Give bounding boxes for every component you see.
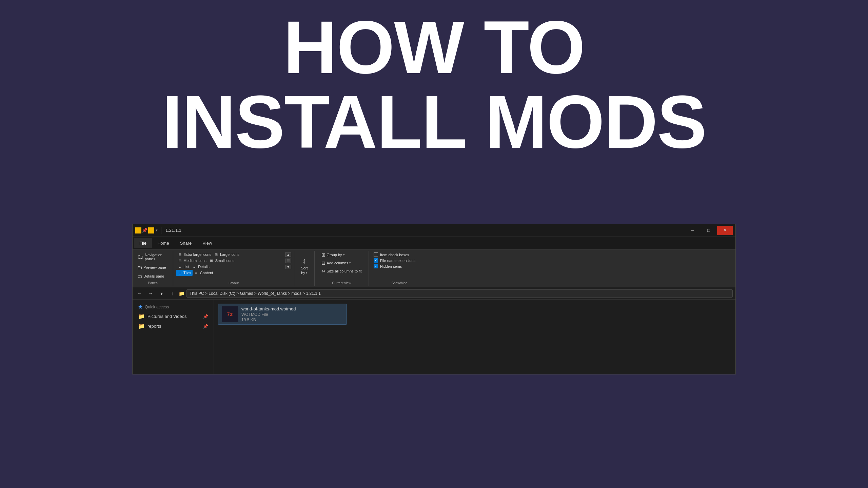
- ribbon-content: 🗂 Navigation pane ▾ 🗃 Preview pane: [133, 249, 735, 287]
- group-by-label: Group by: [327, 253, 342, 257]
- tab-home[interactable]: Home: [152, 238, 175, 248]
- add-columns-icon: ⊟: [321, 260, 326, 266]
- group-by-dropdown-icon: ▾: [343, 253, 345, 257]
- preview-pane-icon: 🗃: [137, 265, 142, 270]
- extra-large-label: Extra large icons: [183, 252, 211, 257]
- preview-pane-label: Preview pane: [143, 265, 166, 269]
- ribbon-group-show-hide: Item check boxes File name extensions Hi…: [369, 251, 430, 286]
- item-check-boxes-label: Item check boxes: [380, 253, 409, 257]
- layout-large[interactable]: ⊞ Large icons: [213, 251, 241, 258]
- ribbon-group-layout: ⊞ Extra large icons ⊞ Large icons ▲: [173, 251, 294, 286]
- quick-access-header[interactable]: ★ Quick access: [133, 302, 214, 311]
- layout-scroll: ▲: [285, 252, 291, 257]
- pictures-videos-folder-icon: 📁: [138, 313, 145, 320]
- pictures-videos-label: Pictures and Videos: [147, 314, 186, 319]
- file-area: 7z world-of-tanks-mod.wotmod WOTMOD File…: [214, 300, 735, 374]
- titlebar-icon-yellow2: [148, 227, 154, 233]
- title-line2: INSTALL MODS: [14, 85, 854, 159]
- layout-row-3: ≡ List ≡ Details ▼: [176, 264, 291, 270]
- layout-small[interactable]: ⊞ Small icons: [208, 258, 236, 264]
- titlebar-arrow-icon: ▾: [156, 228, 158, 232]
- file-size: 19.5 KB: [241, 318, 296, 322]
- maximize-button[interactable]: □: [701, 226, 716, 235]
- item-check-boxes-item[interactable]: Item check boxes: [373, 252, 410, 257]
- file-item-wotmod[interactable]: 7z world-of-tanks-mod.wotmod WOTMOD File…: [218, 304, 347, 325]
- layout-row-2: ⊞ Medium icons ⊞ Small icons ☰: [176, 258, 291, 264]
- group-by-icon: ⊞: [321, 252, 326, 258]
- add-columns-dropdown-icon: ▾: [349, 261, 351, 265]
- hidden-items-item[interactable]: Hidden items: [373, 264, 402, 269]
- title-line1: HOW TO: [14, 10, 854, 85]
- ribbon-group-panes: 🗂 Navigation pane ▾ 🗃 Preview pane: [133, 251, 173, 286]
- file-name-extensions-label: File name extensions: [380, 259, 415, 263]
- details-label: Details: [198, 265, 210, 269]
- small-label: Small icons: [215, 259, 234, 263]
- reports-label: reports: [147, 324, 161, 329]
- file-info: world-of-tanks-mod.wotmod WOTMOD File 19…: [241, 306, 296, 322]
- preview-pane-button[interactable]: 🗃 Preview pane: [135, 264, 168, 271]
- file-thumbnail: 7z: [222, 306, 238, 322]
- nav-pane-dropdown-icon: ▾: [154, 257, 155, 261]
- layout-details[interactable]: ≡ Details: [191, 264, 211, 270]
- layout-tiles[interactable]: ⊡ Tiles: [176, 270, 193, 276]
- window-title-version: 1.21.1.1: [165, 228, 181, 233]
- content-label: Content: [200, 271, 213, 275]
- hidden-items-label: Hidden items: [380, 264, 402, 268]
- title-bar: 📌 ▾ 1.21.1.1 ─ □ ✕: [133, 224, 735, 237]
- layout-scroll2: ☰: [285, 259, 291, 263]
- file-name-extensions-item[interactable]: File name extensions: [373, 258, 416, 263]
- sort-by-button[interactable]: ↕ Sort by ▾: [298, 256, 310, 276]
- tab-share[interactable]: Share: [175, 238, 197, 248]
- layout-row-1: ⊞ Extra large icons ⊞ Large icons ▲: [176, 251, 291, 258]
- layout-scroll-down[interactable]: ▼: [285, 265, 291, 269]
- ribbon-group-sort: ↕ Sort by ▾ Sort: [294, 251, 315, 286]
- close-button[interactable]: ✕: [717, 226, 733, 235]
- show-hide-label: Show/hide: [392, 280, 408, 285]
- add-columns-button[interactable]: ⊟ Add columns ▾: [320, 260, 352, 266]
- navigation-pane-label: Navigation: [145, 253, 162, 257]
- small-icon: ⊞: [209, 258, 214, 263]
- tiles-icon: ⊡: [177, 270, 182, 275]
- size-all-label: Size all columns to fit: [327, 269, 361, 273]
- pictures-videos-pin-icon: 📌: [203, 314, 208, 319]
- hidden-items-checkbox[interactable]: [374, 264, 378, 268]
- tab-view[interactable]: View: [197, 238, 217, 248]
- large-label: Large icons: [220, 252, 239, 257]
- sidebar-item-reports[interactable]: 📁 reports 📌: [133, 321, 214, 331]
- size-all-columns-button[interactable]: ⇔ Size all columns to fit: [320, 268, 363, 274]
- layout-list[interactable]: ≡ List: [176, 264, 191, 270]
- layout-medium[interactable]: ⊞ Medium icons: [176, 258, 208, 264]
- extra-large-icon: ⊞: [177, 252, 182, 257]
- sidebar-item-pictures-videos[interactable]: 📁 Pictures and Videos 📌: [133, 311, 214, 321]
- breadcrumb-bar[interactable]: This PC > Local Disk (C:) > Games > Worl…: [186, 289, 733, 298]
- navigation-pane-sub: pane: [145, 257, 153, 261]
- details-pane-button[interactable]: 🗂 Details pane: [135, 272, 166, 280]
- main-content: ★ Quick access 📁 Pictures and Videos 📌 📁…: [133, 300, 735, 374]
- explorer-window: 📌 ▾ 1.21.1.1 ─ □ ✕ File Home Share View …: [132, 224, 736, 374]
- layout-options: ⊞ Extra large icons ⊞ Large icons ▲: [176, 251, 291, 276]
- minimize-button[interactable]: ─: [685, 226, 700, 235]
- layout-scroll-mid[interactable]: ☰: [285, 259, 291, 263]
- forward-button[interactable]: →: [146, 289, 155, 298]
- layout-scroll-up[interactable]: ▲: [285, 253, 291, 257]
- item-check-boxes-checkbox[interactable]: [374, 252, 378, 257]
- list-label: List: [183, 265, 189, 269]
- layout-scroll3: ▼: [285, 265, 291, 269]
- tab-file[interactable]: File: [134, 238, 152, 248]
- breadcrumb-text: This PC > Local Disk (C:) > Games > Worl…: [190, 291, 321, 296]
- up-button[interactable]: ↑: [168, 289, 177, 298]
- layout-extra-large[interactable]: ⊞ Extra large icons: [176, 251, 213, 258]
- back-button[interactable]: ←: [135, 289, 144, 298]
- titlebar-icon-yellow: [135, 227, 141, 233]
- layout-content[interactable]: ≡ Content: [193, 270, 215, 276]
- sort-dropdown-icon: ▾: [306, 271, 308, 274]
- medium-icon: ⊞: [177, 258, 182, 263]
- group-by-button[interactable]: ⊞ Group by ▾: [320, 251, 346, 258]
- navigation-pane-button[interactable]: 🗂 Navigation pane ▾: [135, 251, 164, 262]
- reports-folder-icon: 📁: [138, 323, 145, 329]
- file-name-extensions-checkbox[interactable]: [374, 258, 378, 263]
- page-title: HOW TO INSTALL MODS: [0, 10, 868, 159]
- file-type: WOTMOD File: [241, 312, 296, 317]
- layout-row-4: ⊡ Tiles ≡ Content: [176, 270, 291, 276]
- recent-locations-button[interactable]: ▾: [157, 289, 166, 298]
